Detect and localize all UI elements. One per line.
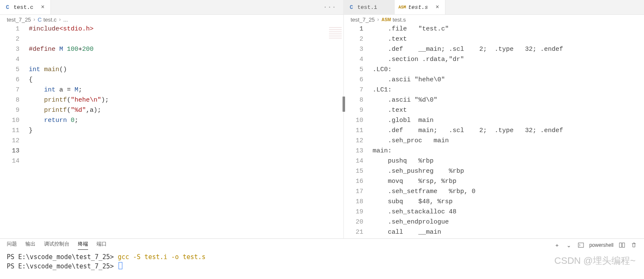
line-number: 12 bbox=[344, 136, 363, 146]
line-number: 5 bbox=[0, 65, 19, 75]
line-number: 5 bbox=[344, 65, 363, 75]
close-icon[interactable]: × bbox=[39, 4, 46, 11]
left-code-area[interactable]: 1 2 3 4 5 6 7 8 9 10 11 12 13 14 #includ… bbox=[0, 24, 343, 238]
line-number: 14 bbox=[344, 156, 363, 166]
c-file-icon: C bbox=[348, 4, 355, 11]
tab-test-s[interactable]: ASM test.s × bbox=[395, 0, 445, 14]
line-number: 10 bbox=[0, 116, 19, 126]
panel-tab-debug[interactable]: 调试控制台 bbox=[44, 240, 69, 250]
line-number: 18 bbox=[344, 197, 363, 207]
line-number: 16 bbox=[344, 177, 363, 187]
line-number: 2 bbox=[0, 34, 19, 44]
breadcrumb-tail[interactable]: ... bbox=[64, 17, 68, 23]
tab-label: test.c bbox=[14, 4, 33, 11]
line-number: 4 bbox=[0, 55, 19, 65]
line-number: 1 bbox=[344, 24, 363, 34]
breadcrumb-folder[interactable]: test_7_25 bbox=[351, 17, 375, 23]
terminal-panel: 问题 输出 调试控制台 终端 端口 + ⌄ powershell PS E:\v… bbox=[0, 238, 644, 279]
editor-container: C test.c × ··· test_7_25 › C test.c › ..… bbox=[0, 0, 644, 238]
line-number: 13 bbox=[0, 146, 19, 156]
tab-test-i[interactable]: C test.i × bbox=[344, 0, 395, 14]
minimap[interactable] bbox=[329, 26, 342, 39]
right-tabs: C test.i × ASM test.s × bbox=[344, 0, 644, 15]
shell-label[interactable]: powershell bbox=[589, 242, 614, 248]
panel-tab-output[interactable]: 输出 bbox=[25, 240, 36, 250]
line-number: 8 bbox=[0, 95, 19, 105]
c-file-icon: C bbox=[4, 4, 11, 11]
line-number: 7 bbox=[0, 85, 19, 95]
line-number: 1 bbox=[0, 24, 19, 34]
panel-tab-ports[interactable]: 端口 bbox=[97, 240, 107, 250]
line-number: 14 bbox=[0, 156, 19, 166]
line-number: 3 bbox=[0, 44, 19, 55]
close-icon[interactable]: × bbox=[434, 4, 441, 11]
terminal-cursor bbox=[119, 262, 122, 269]
split-icon[interactable] bbox=[619, 242, 625, 249]
line-number: 3 bbox=[344, 44, 363, 55]
tab-label: test.s bbox=[408, 4, 428, 11]
panel-actions: + ⌄ powershell bbox=[554, 242, 637, 249]
line-gutter: 1 2 3 4 5 6 7 8 9 10 11 12 13 14 bbox=[0, 24, 29, 238]
terminal-body[interactable]: PS E:\vscode_mode\test_7_25> gcc -S test… bbox=[0, 251, 644, 279]
tab-label: test.i bbox=[357, 4, 377, 11]
terminal-profile-icon[interactable] bbox=[578, 242, 584, 249]
line-number: 8 bbox=[344, 95, 363, 105]
breadcrumb-folder[interactable]: test_7_25 bbox=[7, 17, 31, 23]
chevron-right-icon: › bbox=[377, 17, 379, 22]
terminal-line: PS E:\vscode_mode\test_7_25> bbox=[7, 262, 637, 271]
line-number: 15 bbox=[344, 166, 363, 177]
asm-file-icon: ASM bbox=[399, 5, 406, 10]
line-gutter: 1 2 3 4 5 6 7 8 9 10 11 12 13 14 15 16 1… bbox=[344, 24, 373, 238]
line-number: 6 bbox=[0, 75, 19, 85]
code-lines[interactable]: .file "test.c" .text .def __main; .scl 2… bbox=[373, 24, 644, 238]
line-number: 6 bbox=[344, 75, 363, 85]
chevron-down-icon[interactable]: ⌄ bbox=[566, 242, 572, 249]
left-tabs: C test.c × ··· bbox=[0, 0, 343, 15]
panel-tab-terminal[interactable]: 终端 bbox=[78, 240, 88, 250]
right-editor-pane: C test.i × ASM test.s × test_7_25 › ASM … bbox=[344, 0, 644, 238]
plus-icon[interactable]: + bbox=[554, 242, 561, 249]
line-number: 12 bbox=[0, 136, 19, 146]
line-number: 19 bbox=[344, 207, 363, 217]
chevron-right-icon: › bbox=[33, 17, 35, 22]
asm-file-icon: ASM bbox=[381, 17, 391, 22]
line-number: 11 bbox=[0, 126, 19, 136]
breadcrumb-file[interactable]: test.c bbox=[44, 17, 57, 23]
c-file-icon: C bbox=[38, 17, 41, 23]
svg-rect-0 bbox=[578, 243, 583, 248]
right-code-area[interactable]: 1 2 3 4 5 6 7 8 9 10 11 12 13 14 15 16 1… bbox=[344, 24, 644, 238]
line-number: 11 bbox=[344, 126, 363, 136]
breadcrumb-file[interactable]: test.s bbox=[392, 17, 406, 23]
line-number: 7 bbox=[344, 85, 363, 95]
svg-rect-1 bbox=[619, 243, 622, 248]
line-number: 9 bbox=[0, 105, 19, 116]
tab-test-c[interactable]: C test.c × bbox=[0, 0, 51, 14]
line-number: 21 bbox=[344, 227, 363, 238]
svg-rect-2 bbox=[622, 243, 625, 248]
panel-tab-problems[interactable]: 问题 bbox=[7, 240, 17, 250]
trash-icon[interactable] bbox=[630, 242, 637, 249]
panel-tabs: 问题 输出 调试控制台 终端 端口 + ⌄ powershell bbox=[0, 239, 644, 251]
more-actions-icon[interactable]: ··· bbox=[317, 4, 343, 11]
left-editor-pane: C test.c × ··· test_7_25 › C test.c › ..… bbox=[0, 0, 344, 238]
line-number: 20 bbox=[344, 217, 363, 227]
code-lines[interactable]: #include<stdio.h> #define M 100+200 int … bbox=[29, 24, 343, 238]
line-number: 4 bbox=[344, 55, 363, 65]
line-number: 13 bbox=[344, 146, 363, 156]
breadcrumb[interactable]: test_7_25 › C test.c › ... bbox=[0, 15, 343, 24]
line-number: 17 bbox=[344, 187, 363, 197]
line-number: 9 bbox=[344, 105, 363, 116]
line-number: 10 bbox=[344, 116, 363, 126]
terminal-line: PS E:\vscode_mode\test_7_25> gcc -S test… bbox=[7, 252, 637, 262]
chevron-right-icon: › bbox=[59, 17, 61, 22]
breadcrumb[interactable]: test_7_25 › ASM test.s bbox=[344, 15, 644, 24]
line-number: 2 bbox=[344, 34, 363, 44]
